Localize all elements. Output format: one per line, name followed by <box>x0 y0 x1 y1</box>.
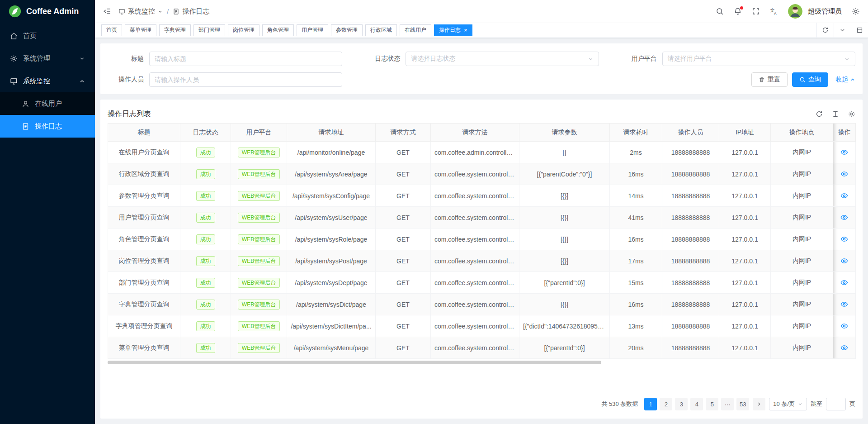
refresh-icon[interactable] <box>816 110 823 118</box>
page-button-4[interactable]: 4 <box>690 398 703 410</box>
sidebar-item-system-monitor[interactable]: 系统监控 <box>0 70 95 92</box>
tab-label: 操作日志 <box>439 26 461 34</box>
cell-title: 角色管理分页查询 <box>108 229 180 250</box>
page-button-3[interactable]: 3 <box>675 398 688 410</box>
content: 标题 日志状态 请选择日志状态 用户平台 请选择用户平台 <box>95 38 868 424</box>
cell-request-function: com.coffee.system.controlle... <box>431 185 519 207</box>
page-button-5[interactable]: 5 <box>706 398 718 410</box>
view-detail-eye-icon[interactable] <box>840 257 848 265</box>
view-detail-eye-icon[interactable] <box>840 170 848 178</box>
tab-角色管理[interactable]: 角色管理 <box>262 24 294 36</box>
status-label: 日志状态 <box>364 55 400 63</box>
page-button-1[interactable]: 1 <box>644 398 657 410</box>
cell-location: 内网IP <box>771 229 833 250</box>
sidebar-item-operation-log[interactable]: 操作日志 <box>0 115 95 138</box>
fullscreen-icon[interactable] <box>752 7 760 15</box>
avatar[interactable] <box>788 4 802 19</box>
view-detail-eye-icon[interactable] <box>840 148 848 156</box>
platform-tag: WEB管理后台 <box>231 207 287 229</box>
tab-操作日志[interactable]: 操作日志× <box>434 24 472 36</box>
tab-岗位管理[interactable]: 岗位管理 <box>228 24 259 36</box>
tab-close-icon[interactable]: × <box>464 27 467 33</box>
breadcrumb-item-monitor[interactable]: 系统监控 <box>118 7 163 16</box>
tab-菜单管理[interactable]: 菜单管理 <box>125 24 156 36</box>
view-detail-eye-icon[interactable] <box>840 300 848 308</box>
page-button-53[interactable]: 53 <box>736 398 749 410</box>
search-icon <box>799 76 806 83</box>
view-detail-eye-icon[interactable] <box>840 235 848 243</box>
operator-label: 操作人员 <box>108 76 144 84</box>
jump-page-input[interactable] <box>826 398 846 410</box>
total-count: 共 530 条数据 <box>601 400 638 408</box>
app-logo[interactable]: Coffee Admin <box>0 0 95 23</box>
tab-label: 字典管理 <box>164 26 186 34</box>
view-detail-eye-icon[interactable] <box>840 214 848 221</box>
cell-request-url: /api/monitor/online/page <box>287 142 376 163</box>
translate-icon[interactable]: 文A <box>770 7 778 15</box>
page-button-2[interactable]: 2 <box>660 398 672 410</box>
maximize-icon[interactable] <box>851 23 868 38</box>
cell-duration: 15ms <box>610 272 662 294</box>
caret-down-icon <box>797 401 803 407</box>
tab-行政区域[interactable]: 行政区域 <box>365 24 397 36</box>
status-tag: 成功 <box>196 213 215 223</box>
bell-icon[interactable] <box>734 7 742 15</box>
tab-首页[interactable]: 首页 <box>101 24 122 36</box>
pager-ellipsis: ··· <box>721 398 734 410</box>
view-detail-eye-icon[interactable] <box>840 279 848 286</box>
horizontal-scrollbar[interactable] <box>108 361 855 365</box>
settings-gear-icon[interactable] <box>852 7 860 15</box>
cell-operator: 18888888888 <box>662 337 719 359</box>
scrollbar-thumb[interactable] <box>108 361 601 364</box>
document-icon <box>173 8 179 15</box>
cell-request-params: [{}] <box>519 207 610 229</box>
chevron-down-icon[interactable] <box>834 23 851 38</box>
platform-tag: WEB管理后台 <box>231 272 287 294</box>
cell-ip: 127.0.0.1 <box>719 185 771 207</box>
next-page-button[interactable] <box>753 398 765 410</box>
table-settings-icon[interactable] <box>848 110 855 118</box>
cell-title: 行政区域分页查询 <box>108 163 180 185</box>
view-detail-eye-icon[interactable] <box>840 322 848 330</box>
cell-title: 菜单管理分页查询 <box>108 337 180 359</box>
view-detail-eye-icon[interactable] <box>840 192 848 200</box>
monitor-icon <box>118 8 125 15</box>
platform-select[interactable]: 请选择用户平台 <box>662 52 855 66</box>
cell-ip: 127.0.0.1 <box>719 229 771 250</box>
tab-在线用户[interactable]: 在线用户 <box>400 24 431 36</box>
platform-select-placeholder: 请选择用户平台 <box>668 55 712 63</box>
header-actions: 文A 超级管理员 <box>716 4 860 19</box>
cell-request-method: GET <box>376 185 431 207</box>
tab-字典管理[interactable]: 字典管理 <box>159 24 191 36</box>
search-icon[interactable] <box>716 7 724 15</box>
collapse-link[interactable]: 收起 <box>835 76 855 84</box>
search-button[interactable]: 查询 <box>792 72 828 87</box>
tab-部门管理[interactable]: 部门管理 <box>193 24 225 36</box>
view-detail-eye-icon[interactable] <box>840 344 848 352</box>
tab-参数管理[interactable]: 参数管理 <box>331 24 363 36</box>
sidebar-item-system-management[interactable]: 系统管理 <box>0 47 95 70</box>
sidebar-item-home[interactable]: 首页 <box>0 24 95 47</box>
cell-request-function: com.coffee.system.controlle... <box>431 207 519 229</box>
status-select[interactable]: 请选择日志状态 <box>406 52 599 66</box>
operator-input[interactable] <box>149 72 342 87</box>
menu-fold-icon[interactable] <box>103 7 111 15</box>
sidebar-item-online-users[interactable]: 在线用户 <box>0 92 95 115</box>
cell-operator: 18888888888 <box>662 229 719 250</box>
column-header: IP地址 <box>719 124 771 142</box>
reset-button[interactable]: 重置 <box>751 72 788 87</box>
user-name[interactable]: 超级管理员 <box>808 7 842 16</box>
cell-location: 内网IP <box>771 315 833 337</box>
tab-用户管理[interactable]: 用户管理 <box>297 24 328 36</box>
title-input[interactable] <box>149 52 342 66</box>
cell-action <box>833 337 856 359</box>
refresh-icon[interactable] <box>816 23 834 38</box>
cell-operator: 18888888888 <box>662 294 719 315</box>
notification-dot <box>740 6 743 10</box>
filter-field-platform: 用户平台 请选择用户平台 <box>621 52 855 66</box>
page-size-select[interactable]: 10 条/页 <box>769 398 807 410</box>
cell-ip: 127.0.0.1 <box>719 337 771 359</box>
cell-request-function: com.coffee.system.controlle... <box>431 272 519 294</box>
platform-tag: WEB管理后台 <box>231 163 287 185</box>
column-height-icon[interactable] <box>832 110 839 118</box>
